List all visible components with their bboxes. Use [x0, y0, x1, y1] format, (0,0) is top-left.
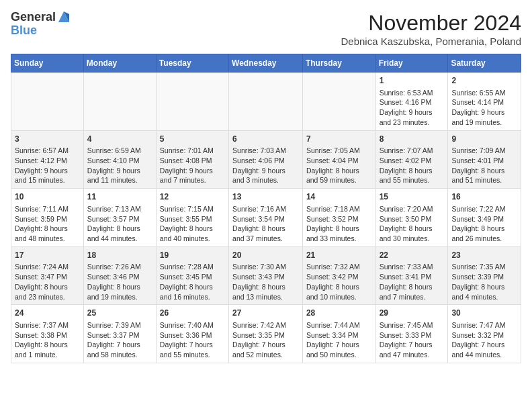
- day-info: Sunrise: 7:20 AM Sunset: 3:50 PM Dayligh…: [380, 204, 445, 244]
- day-number: 23: [451, 250, 517, 261]
- day-number: 1: [380, 75, 445, 87]
- day-number: 21: [306, 250, 372, 261]
- day-number: 24: [15, 308, 80, 319]
- calendar-cell: 7Sunrise: 7:05 AM Sunset: 4:04 PM Daylig…: [302, 130, 375, 189]
- calendar-header-monday: Monday: [83, 54, 156, 73]
- calendar-cell: 11Sunrise: 7:13 AM Sunset: 3:57 PM Dayli…: [83, 189, 156, 247]
- day-info: Sunrise: 6:55 AM Sunset: 4:14 PM Dayligh…: [451, 88, 517, 128]
- day-info: Sunrise: 7:01 AM Sunset: 4:08 PM Dayligh…: [160, 146, 225, 185]
- calendar: SundayMondayTuesdayWednesdayThursdayFrid…: [11, 54, 521, 363]
- calendar-cell: 23Sunrise: 7:35 AM Sunset: 3:39 PM Dayli…: [448, 246, 521, 305]
- day-info: Sunrise: 7:45 AM Sunset: 3:33 PM Dayligh…: [380, 320, 445, 360]
- calendar-header-sunday: Sunday: [11, 54, 84, 73]
- subtitle: Debnica Kaszubska, Pomerania, Poland: [341, 36, 522, 47]
- calendar-header-row: SundayMondayTuesdayWednesdayThursdayFrid…: [11, 54, 521, 73]
- day-info: Sunrise: 7:39 AM Sunset: 3:37 PM Dayligh…: [87, 320, 152, 360]
- day-info: Sunrise: 7:24 AM Sunset: 3:47 PM Dayligh…: [15, 262, 80, 302]
- calendar-cell: 15Sunrise: 7:20 AM Sunset: 3:50 PM Dayli…: [375, 189, 448, 247]
- day-number: 3: [15, 134, 80, 145]
- calendar-week-2: 3Sunrise: 6:57 AM Sunset: 4:12 PM Daylig…: [11, 130, 521, 189]
- calendar-cell: 10Sunrise: 7:11 AM Sunset: 3:59 PM Dayli…: [11, 189, 84, 247]
- day-number: 29: [380, 308, 445, 319]
- calendar-cell: 21Sunrise: 7:32 AM Sunset: 3:42 PM Dayli…: [302, 246, 375, 305]
- calendar-cell: 3Sunrise: 6:57 AM Sunset: 4:12 PM Daylig…: [11, 130, 84, 189]
- logo-line2: Blue: [11, 24, 37, 37]
- logo-line1: General: [11, 11, 56, 24]
- day-number: 25: [87, 308, 152, 319]
- day-number: 5: [160, 134, 225, 145]
- calendar-cell: 4Sunrise: 6:59 AM Sunset: 4:10 PM Daylig…: [83, 130, 156, 189]
- day-number: 22: [380, 250, 445, 261]
- day-info: Sunrise: 7:03 AM Sunset: 4:06 PM Dayligh…: [232, 146, 299, 185]
- calendar-cell: 14Sunrise: 7:18 AM Sunset: 3:52 PM Dayli…: [302, 189, 375, 247]
- calendar-cell: 19Sunrise: 7:28 AM Sunset: 3:45 PM Dayli…: [156, 246, 228, 305]
- day-info: Sunrise: 7:47 AM Sunset: 3:32 PM Dayligh…: [451, 320, 517, 360]
- calendar-cell: [156, 73, 228, 131]
- day-info: Sunrise: 6:57 AM Sunset: 4:12 PM Dayligh…: [15, 146, 80, 185]
- calendar-week-5: 24Sunrise: 7:37 AM Sunset: 3:38 PM Dayli…: [11, 305, 521, 363]
- calendar-header-wednesday: Wednesday: [229, 54, 303, 73]
- logo: General Blue: [11, 11, 71, 38]
- calendar-cell: [302, 73, 375, 131]
- day-info: Sunrise: 7:30 AM Sunset: 3:43 PM Dayligh…: [232, 262, 299, 302]
- calendar-cell: 24Sunrise: 7:37 AM Sunset: 3:38 PM Dayli…: [11, 305, 84, 363]
- day-info: Sunrise: 7:13 AM Sunset: 3:57 PM Dayligh…: [87, 204, 152, 244]
- calendar-cell: 17Sunrise: 7:24 AM Sunset: 3:47 PM Dayli…: [11, 246, 84, 305]
- calendar-cell: 8Sunrise: 7:07 AM Sunset: 4:02 PM Daylig…: [375, 130, 448, 189]
- day-number: 17: [15, 250, 80, 261]
- calendar-cell: 29Sunrise: 7:45 AM Sunset: 3:33 PM Dayli…: [375, 305, 448, 363]
- main-title: November 2024: [341, 11, 522, 36]
- day-info: Sunrise: 7:32 AM Sunset: 3:42 PM Dayligh…: [306, 262, 372, 302]
- day-info: Sunrise: 7:28 AM Sunset: 3:45 PM Dayligh…: [160, 262, 225, 302]
- day-info: Sunrise: 7:11 AM Sunset: 3:59 PM Dayligh…: [15, 204, 80, 244]
- day-info: Sunrise: 7:07 AM Sunset: 4:02 PM Dayligh…: [380, 146, 445, 185]
- day-number: 9: [451, 134, 517, 145]
- day-info: Sunrise: 7:44 AM Sunset: 3:34 PM Dayligh…: [306, 320, 372, 360]
- calendar-cell: 12Sunrise: 7:15 AM Sunset: 3:55 PM Dayli…: [156, 189, 228, 247]
- day-number: 14: [306, 191, 372, 203]
- day-number: 30: [451, 308, 517, 319]
- day-info: Sunrise: 7:22 AM Sunset: 3:49 PM Dayligh…: [451, 204, 517, 244]
- day-info: Sunrise: 7:15 AM Sunset: 3:55 PM Dayligh…: [160, 204, 225, 244]
- day-number: 4: [87, 134, 152, 145]
- calendar-header-tuesday: Tuesday: [156, 54, 228, 73]
- header: General Blue November 2024 Debnica Kaszu…: [11, 11, 521, 47]
- calendar-cell: 25Sunrise: 7:39 AM Sunset: 3:37 PM Dayli…: [83, 305, 156, 363]
- day-info: Sunrise: 7:37 AM Sunset: 3:38 PM Dayligh…: [15, 320, 80, 360]
- day-info: Sunrise: 6:53 AM Sunset: 4:16 PM Dayligh…: [380, 88, 445, 128]
- day-info: Sunrise: 7:05 AM Sunset: 4:04 PM Dayligh…: [306, 146, 372, 185]
- day-info: Sunrise: 7:18 AM Sunset: 3:52 PM Dayligh…: [306, 204, 372, 244]
- day-info: Sunrise: 7:26 AM Sunset: 3:46 PM Dayligh…: [87, 262, 152, 302]
- calendar-cell: 5Sunrise: 7:01 AM Sunset: 4:08 PM Daylig…: [156, 130, 228, 189]
- day-number: 26: [160, 308, 225, 319]
- day-info: Sunrise: 7:35 AM Sunset: 3:39 PM Dayligh…: [451, 262, 517, 302]
- day-info: Sunrise: 7:33 AM Sunset: 3:41 PM Dayligh…: [380, 262, 445, 302]
- day-number: 19: [160, 250, 225, 261]
- calendar-cell: 1Sunrise: 6:53 AM Sunset: 4:16 PM Daylig…: [375, 73, 448, 131]
- calendar-cell: 13Sunrise: 7:16 AM Sunset: 3:54 PM Dayli…: [229, 189, 303, 247]
- day-info: Sunrise: 7:16 AM Sunset: 3:54 PM Dayligh…: [232, 204, 299, 244]
- day-number: 20: [232, 250, 299, 261]
- calendar-cell: [11, 73, 84, 131]
- day-number: 2: [451, 75, 517, 87]
- calendar-cell: 2Sunrise: 6:55 AM Sunset: 4:14 PM Daylig…: [448, 73, 521, 131]
- calendar-cell: 9Sunrise: 7:09 AM Sunset: 4:01 PM Daylig…: [448, 130, 521, 189]
- title-area: November 2024 Debnica Kaszubska, Pomeran…: [341, 11, 522, 47]
- logo-icon: [57, 10, 71, 24]
- calendar-cell: 16Sunrise: 7:22 AM Sunset: 3:49 PM Dayli…: [448, 189, 521, 247]
- calendar-week-4: 17Sunrise: 7:24 AM Sunset: 3:47 PM Dayli…: [11, 246, 521, 305]
- day-number: 12: [160, 191, 225, 203]
- day-number: 18: [87, 250, 152, 261]
- day-info: Sunrise: 7:09 AM Sunset: 4:01 PM Dayligh…: [451, 146, 517, 185]
- day-number: 10: [15, 191, 80, 203]
- calendar-week-3: 10Sunrise: 7:11 AM Sunset: 3:59 PM Dayli…: [11, 189, 521, 247]
- calendar-week-1: 1Sunrise: 6:53 AM Sunset: 4:16 PM Daylig…: [11, 73, 521, 131]
- day-info: Sunrise: 7:42 AM Sunset: 3:35 PM Dayligh…: [232, 320, 299, 360]
- calendar-cell: 6Sunrise: 7:03 AM Sunset: 4:06 PM Daylig…: [229, 130, 303, 189]
- day-number: 28: [306, 308, 372, 319]
- calendar-cell: [83, 73, 156, 131]
- day-info: Sunrise: 6:59 AM Sunset: 4:10 PM Dayligh…: [87, 146, 152, 185]
- calendar-cell: 20Sunrise: 7:30 AM Sunset: 3:43 PM Dayli…: [229, 246, 303, 305]
- calendar-cell: 27Sunrise: 7:42 AM Sunset: 3:35 PM Dayli…: [229, 305, 303, 363]
- calendar-header-thursday: Thursday: [302, 54, 375, 73]
